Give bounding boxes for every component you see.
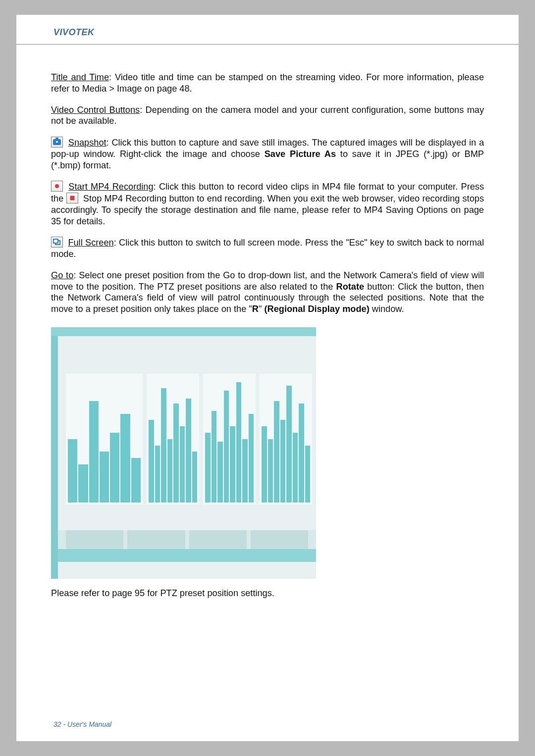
goto-bold-regional: (Regional Display mode) xyxy=(264,304,369,314)
image-placeholder xyxy=(51,327,316,579)
fullscreen-icon[interactable] xyxy=(51,237,63,248)
start-record-icon[interactable] xyxy=(51,181,63,192)
goto-bold-rotate: Rotate xyxy=(336,282,365,292)
snapshot-icon[interactable] xyxy=(51,137,63,148)
title-and-time-section: Title and Time: Video title and time can… xyxy=(51,72,484,95)
goto-bold-r: R xyxy=(252,304,259,314)
footer-page-number: 32 xyxy=(54,720,61,728)
closing-text: Please refer to page 95 for PTZ preset p… xyxy=(51,588,484,599)
goto-label: Go to xyxy=(51,270,73,280)
goto-section: Go to: Select one preset position from t… xyxy=(51,270,484,315)
goto-mid2: " xyxy=(259,304,265,314)
snapshot-bold: Save Picture As xyxy=(265,149,336,159)
video-control-label: Video Control Buttons xyxy=(51,105,140,115)
page-footer: 32 - User's Manual xyxy=(54,720,111,728)
video-control-buttons-section: Video Control Buttons: Depending on the … xyxy=(51,104,484,127)
fullscreen-label: Full Screen xyxy=(68,238,113,248)
goto-post: window. xyxy=(370,304,404,314)
snapshot-label: Snapshot xyxy=(68,138,107,148)
stop-record-icon[interactable] xyxy=(66,193,78,203)
title-and-time-label: Title and Time xyxy=(51,72,109,82)
fullscreen-section: Full Screen: Click this button to switch… xyxy=(51,237,484,260)
page-content: Title and Time: Video title and time can… xyxy=(16,45,519,599)
fullscreen-text: : Click this button to switch to full sc… xyxy=(51,238,484,259)
start-record-label: Start MP4 Recording xyxy=(68,182,153,192)
page: VIVOTEK Title and Time: Video title and … xyxy=(16,15,519,741)
footer-title: User's Manual xyxy=(67,720,111,728)
footer-sep: - xyxy=(61,720,67,728)
start-recording-section: Start MP4 Recording: Click this button t… xyxy=(51,181,484,227)
snapshot-section: Snapshot: Click this button to capture a… xyxy=(51,137,484,171)
title-and-time-text: : Video title and time can be stamped on… xyxy=(51,72,484,94)
page-header: VIVOTEK xyxy=(16,15,519,43)
brand-title: VIVOTEK xyxy=(54,27,95,37)
start-record-post: Stop MP4 Recording button to end recordi… xyxy=(51,194,484,226)
